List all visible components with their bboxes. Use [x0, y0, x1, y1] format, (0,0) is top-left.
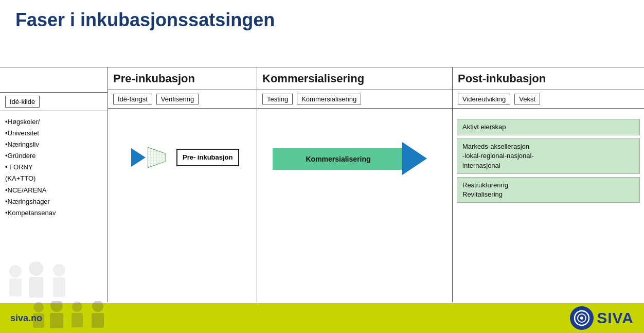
testing-tag: Testing: [262, 94, 293, 104]
pre-subphase-row: Idé-fangst Verifisering: [108, 90, 257, 109]
svg-point-8: [33, 302, 44, 312]
ide-fangst-tag: Idé-fangst: [113, 94, 152, 104]
svg-rect-1: [9, 278, 22, 296]
svg-point-14: [92, 301, 103, 312]
input-arrow: [131, 148, 146, 167]
svg-point-10: [50, 301, 63, 312]
verifisering-tag: Verifisering: [156, 94, 199, 104]
pre-header: Pre-inkubasjon: [108, 67, 257, 90]
siva-logo: SIVA: [570, 306, 634, 330]
ide-kilde-tag: Idé-kilde: [5, 96, 40, 108]
svg-point-0: [9, 265, 22, 277]
page-title: Faser i inkubasjonssatsingen: [15, 9, 275, 31]
svg-point-4: [53, 264, 65, 276]
post-box-2: Markeds-aksellerasjon-lokal-regional-nas…: [457, 138, 640, 174]
left-bullets: •Høgskoler/ •Universitet •Næringsliv •Gr…: [0, 111, 108, 224]
bullet-list: •Høgskoler/ •Universitet •Næringsliv •Gr…: [5, 116, 102, 219]
siva-brand-text: SIVA: [597, 309, 634, 327]
komm-arrow-body: Kommersialisering: [273, 148, 404, 170]
kommersialisering-tag: Kommersialisering: [297, 94, 361, 104]
svg-rect-13: [71, 313, 83, 327]
pre-col: Pre-inkubasjon Idé-fangst Verifisering: [108, 67, 257, 302]
pre-content: Pre- inkubasjon: [108, 109, 257, 186]
komm-col: Kommersialisering Testing Kommersialiser…: [257, 67, 453, 302]
svg-rect-11: [50, 313, 63, 328]
post-content: Aktivt eierskap Markeds-aksellerasjon-lo…: [453, 114, 644, 208]
svg-marker-7: [148, 147, 166, 168]
post-col: Post-inkubasjon Videreutvikling Vekst Ak…: [453, 67, 644, 302]
post-header: Post-inkubasjon: [453, 67, 644, 90]
post-subphase-row: Videreutvikling Vekst: [453, 90, 644, 109]
komm-content: Kommersialisering: [257, 109, 452, 181]
funnel-area: Pre- inkubasjon: [113, 129, 252, 181]
svg-point-12: [72, 302, 82, 312]
komm-header: Kommersialisering: [257, 67, 452, 90]
funnel-icon: [147, 134, 174, 181]
komm-arrow-head: [402, 142, 427, 175]
videreutvikling-tag: Videreutvikling: [458, 94, 510, 104]
vekst-tag: Vekst: [514, 94, 540, 104]
svg-point-18: [580, 317, 583, 320]
left-column: Idé-kilde •Høgskoler/ •Universitet •Næri…: [0, 67, 108, 302]
pre-label-box: Pre- inkubasjon: [176, 149, 239, 166]
svg-point-2: [29, 261, 43, 276]
svg-rect-15: [92, 313, 104, 328]
komm-arrow: Kommersialisering: [273, 142, 427, 176]
ide-kilde-row: Idé-kilde: [0, 93, 108, 111]
svg-rect-5: [53, 277, 65, 297]
main-area: Idé-kilde •Høgskoler/ •Universitet •Næri…: [0, 67, 644, 302]
bottom-bar: siva.no SIVA: [0, 303, 644, 333]
svg-rect-9: [33, 313, 44, 328]
svg-rect-3: [29, 277, 43, 297]
post-box-1: Aktivt eierskap: [457, 119, 640, 135]
komm-subphase-row: Testing Kommersialisering: [257, 90, 452, 109]
people-silhouettes: [26, 301, 129, 333]
siva-circle-logo: [570, 306, 594, 330]
post-box-3: RestruktureringRevitalisering: [457, 177, 640, 203]
